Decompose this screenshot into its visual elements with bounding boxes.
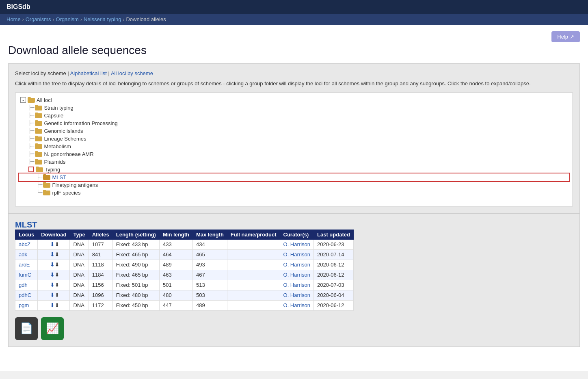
export-buttons: 📄 📈: [15, 317, 573, 340]
table-cell: pdhC: [15, 290, 38, 300]
curator-link-fumC[interactable]: O. Harrison: [283, 272, 310, 278]
table-cell: 464: [159, 249, 192, 260]
table-cell: 1118: [89, 260, 112, 270]
tree-item-mlst[interactable]: ├─ MLST: [19, 173, 569, 181]
table-row: adk⬇DNA841Fixed: 465 bp464465O. Harrison…: [15, 249, 354, 260]
toggle-all-loci[interactable]: -: [20, 97, 26, 103]
app-title: BIGSdb: [6, 3, 30, 10]
folder-icon-metabolism: [35, 143, 42, 149]
tree-item-finetyping[interactable]: ├─ Finetyping antigens: [19, 181, 569, 189]
download-icon-pgm[interactable]: ⬇: [50, 302, 57, 309]
text-file-icon: 📄: [20, 322, 33, 335]
connector-lineage-schemes: ├─: [28, 136, 34, 141]
folder-icon-rplf: [43, 190, 50, 195]
help-button[interactable]: Help ↗: [551, 31, 580, 42]
excel-file-icon: 📈: [46, 322, 59, 335]
connector-genetic-info: ├─: [28, 120, 34, 126]
all-loci-by-scheme-link[interactable]: All loci by scheme: [111, 70, 153, 76]
download-icon-fumC[interactable]: ⬇: [50, 271, 57, 279]
tree-item-n-gonorrhoeae-amr[interactable]: ├─ N. gonorrhoeae AMR: [19, 150, 569, 158]
table-cell: 503: [192, 290, 227, 300]
table-cell: O. Harrison: [280, 260, 313, 270]
col-curator: Curator(s): [280, 230, 313, 239]
curator-link-pdhC[interactable]: O. Harrison: [283, 292, 310, 298]
table-cell: 489: [192, 300, 227, 310]
curator-link-aroE[interactable]: O. Harrison: [283, 262, 310, 268]
locus-link-fumC[interactable]: fumC: [19, 272, 31, 278]
mlst-section-title[interactable]: MLST: [15, 220, 37, 229]
table-cell: DNA: [70, 260, 89, 270]
tree-item-strain-typing[interactable]: ├─ Strain typing: [19, 104, 569, 112]
instruction-text: Click within the tree to display details…: [15, 80, 573, 88]
folder-icon-lineage-schemes: [35, 136, 42, 141]
table-cell: [227, 270, 280, 280]
tree-item-capsule[interactable]: ├─ Capsule: [19, 112, 569, 119]
tree-box[interactable]: - All loci ├─ Strain typing ├─ Capsule ├…: [15, 93, 573, 206]
external-link-icon: ↗: [570, 34, 574, 40]
breadcrumb-organism[interactable]: Organism: [56, 16, 79, 22]
tree-item-genomic-islands[interactable]: ├─ Genomic islands: [19, 127, 569, 135]
export-excel-button[interactable]: 📈: [41, 317, 64, 340]
tree-item-lineage-schemes[interactable]: ├─ Lineage Schemes: [19, 135, 569, 143]
breadcrumb-current: Download alleles: [126, 16, 166, 22]
breadcrumb-sep-1: ›: [22, 17, 24, 22]
tree-item-metabolism[interactable]: ├─ Metabolism: [19, 143, 569, 150]
tree-item-plasmids[interactable]: ├─ Plasmids: [19, 158, 569, 166]
download-icon-gdh[interactable]: ⬇: [50, 282, 57, 289]
locus-link-pdhC[interactable]: pdhC: [19, 292, 31, 298]
table-cell: O. Harrison: [280, 290, 313, 300]
tree-item-all-loci[interactable]: - All loci: [19, 96, 569, 104]
connector-n-gonorrhoeae-amr: ├─: [28, 151, 34, 157]
table-cell: Fixed: 490 bp: [112, 260, 159, 270]
main-content: Help ↗ Download allele sequences Select …: [0, 25, 588, 371]
help-label: Help: [557, 34, 568, 40]
folder-icon-all-loci: [28, 97, 35, 103]
locus-link-gdh[interactable]: gdh: [19, 282, 28, 288]
locus-link-aroE[interactable]: aroE: [19, 262, 30, 268]
tree-item-typing[interactable]: − Typing: [19, 166, 569, 173]
table-cell: 1156: [89, 280, 112, 290]
download-icon-abcZ[interactable]: ⬇: [50, 241, 57, 248]
tree-item-genetic-info[interactable]: ├─ Genetic Information Processing: [19, 119, 569, 127]
breadcrumb-home[interactable]: Home: [6, 16, 21, 22]
col-type: Type: [70, 230, 89, 239]
locus-link-abcZ[interactable]: abcZ: [19, 241, 30, 247]
folder-icon-genetic-info: [35, 120, 42, 126]
table-cell: [227, 290, 280, 300]
curator-link-abcZ[interactable]: O. Harrison: [283, 241, 310, 247]
download-icon-aroE[interactable]: ⬇: [50, 261, 57, 269]
table-cell: [227, 239, 280, 249]
table-cell: 2020-06-23: [313, 239, 353, 249]
locus-link-pgm[interactable]: pgm: [19, 302, 29, 308]
breadcrumb-organisms[interactable]: Organisms: [26, 16, 51, 22]
table-cell: 2020-06-12: [313, 270, 353, 280]
curator-link-gdh[interactable]: O. Harrison: [283, 282, 310, 288]
tree-label-mlst[interactable]: MLST: [52, 174, 66, 180]
table-cell: ⬇: [38, 249, 70, 260]
table-cell: 2020-07-14: [313, 249, 353, 260]
tree-item-rplf[interactable]: └─ rplF species: [19, 189, 569, 197]
curator-link-pgm[interactable]: O. Harrison: [283, 302, 310, 308]
breadcrumb-neisseria[interactable]: Neisseria typing: [84, 16, 121, 22]
export-text-button[interactable]: 📄: [15, 317, 38, 340]
table-cell: 2020-06-12: [313, 300, 353, 310]
locus-link-adk[interactable]: adk: [19, 251, 27, 258]
select-panel: Select loci by scheme | Alphabetical lis…: [8, 63, 580, 213]
download-icon-adk[interactable]: ⬇: [50, 251, 57, 258]
table-cell: ⬇: [38, 270, 70, 280]
tree-label-capsule: Capsule: [44, 113, 63, 119]
download-icon-pdhC[interactable]: ⬇: [50, 292, 57, 299]
connector-strain-typing: ├─: [28, 105, 34, 110]
table-cell: Fixed: 465 bp: [112, 249, 159, 260]
tree-label-lineage-schemes: Lineage Schemes: [44, 136, 86, 142]
table-cell: 465: [192, 249, 227, 260]
curator-link-adk[interactable]: O. Harrison: [283, 251, 310, 258]
table-row: pdhC⬇DNA1096Fixed: 480 bp480503O. Harris…: [15, 290, 354, 300]
toggle-typing[interactable]: −: [28, 167, 34, 172]
folder-icon-typing: [36, 167, 43, 172]
table-cell: 489: [159, 260, 192, 270]
table-cell: DNA: [70, 300, 89, 310]
table-row: pgm⬇DNA1172Fixed: 450 bp447489O. Harriso…: [15, 300, 354, 310]
alphabetical-list-link[interactable]: Alphabetical list: [70, 70, 107, 76]
col-full-name: Full name/product: [227, 230, 280, 239]
